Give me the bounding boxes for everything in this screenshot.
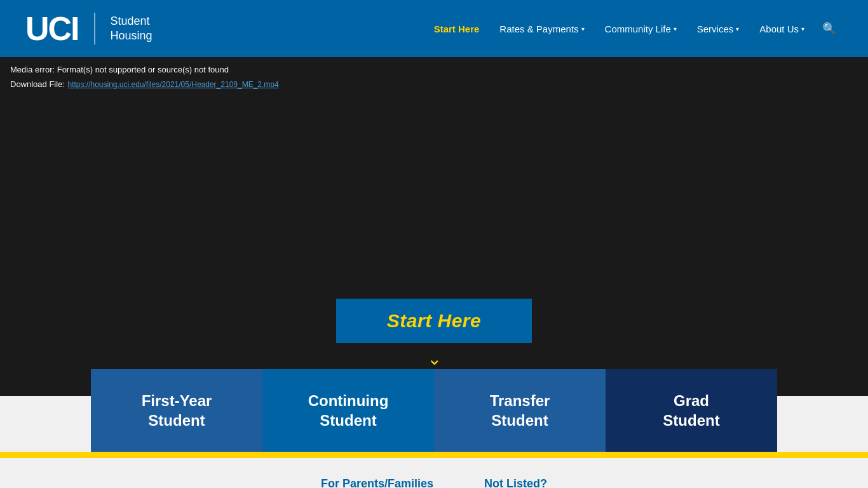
nav-start-here-label: Start Here: [434, 24, 480, 34]
nav-community-life[interactable]: Community Life ▾: [596, 18, 686, 39]
nav-services[interactable]: Services ▾: [688, 18, 749, 39]
chevron-down-icon: ▾: [736, 25, 739, 32]
download-url[interactable]: https://housing.uci.edu/files/2021/05/He…: [67, 80, 278, 89]
start-here-area: Start Here ⌄: [0, 286, 868, 369]
media-area: Media error: Format(s) not supported or …: [0, 57, 868, 286]
housing-logo-text: Student Housing: [111, 14, 153, 44]
nav-about-us-label: About Us: [759, 24, 799, 34]
media-download-line: Download File: https://housing.uci.edu/f…: [10, 78, 858, 90]
tile-transfer-label: TransferStudent: [490, 391, 550, 430]
main-nav: Start Here Rates & Payments ▾ Community …: [425, 17, 843, 41]
not-listed-link[interactable]: Not Listed?: [484, 477, 547, 488]
logo-divider: [94, 13, 95, 44]
chevron-down-icon: ▾: [801, 25, 804, 32]
media-error-message: Media error: Format(s) not supported or …: [10, 65, 858, 74]
nav-rates-payments[interactable]: Rates & Payments ▾: [491, 18, 593, 39]
chevron-down-icon: ▾: [581, 25, 585, 32]
logo-area: UCI Student Housing: [25, 12, 153, 45]
nav-services-label: Services: [697, 24, 734, 34]
site-header: UCI Student Housing Start Here Rates & P…: [0, 0, 868, 57]
nav-community-life-label: Community Life: [605, 24, 671, 34]
tile-first-year[interactable]: First-YearStudent: [91, 369, 262, 452]
nav-rates-payments-label: Rates & Payments: [499, 24, 578, 34]
chevron-down-icon: ▾: [674, 25, 677, 32]
tiles-section: First-YearStudent ContinuingStudent Tran…: [0, 369, 868, 458]
tile-grad-label: GradStudent: [663, 391, 719, 430]
tile-transfer[interactable]: TransferStudent: [434, 369, 606, 452]
search-button[interactable]: 🔍: [816, 17, 843, 41]
tile-continuing-label: ContinuingStudent: [308, 391, 389, 430]
scroll-chevron-icon: ⌄: [427, 348, 442, 369]
yellow-accent-bar: [0, 452, 868, 458]
bottom-links-section: For Parents/Families Not Listed?: [0, 458, 868, 488]
download-label: Download File:: [10, 79, 65, 89]
parents-families-link[interactable]: For Parents/Families: [321, 477, 433, 488]
nav-about-us[interactable]: About Us ▾: [750, 18, 813, 39]
tile-grad[interactable]: GradStudent: [606, 369, 777, 452]
start-here-button[interactable]: Start Here: [336, 299, 532, 343]
uci-logo: UCI: [25, 12, 79, 45]
student-tiles-row: First-YearStudent ContinuingStudent Tran…: [91, 369, 777, 452]
tile-continuing[interactable]: ContinuingStudent: [262, 369, 434, 452]
tile-first-year-label: First-YearStudent: [142, 391, 212, 430]
logo-text-line1: Student: [111, 14, 153, 29]
logo-text-line2: Housing: [111, 29, 153, 43]
nav-start-here[interactable]: Start Here: [425, 18, 489, 39]
